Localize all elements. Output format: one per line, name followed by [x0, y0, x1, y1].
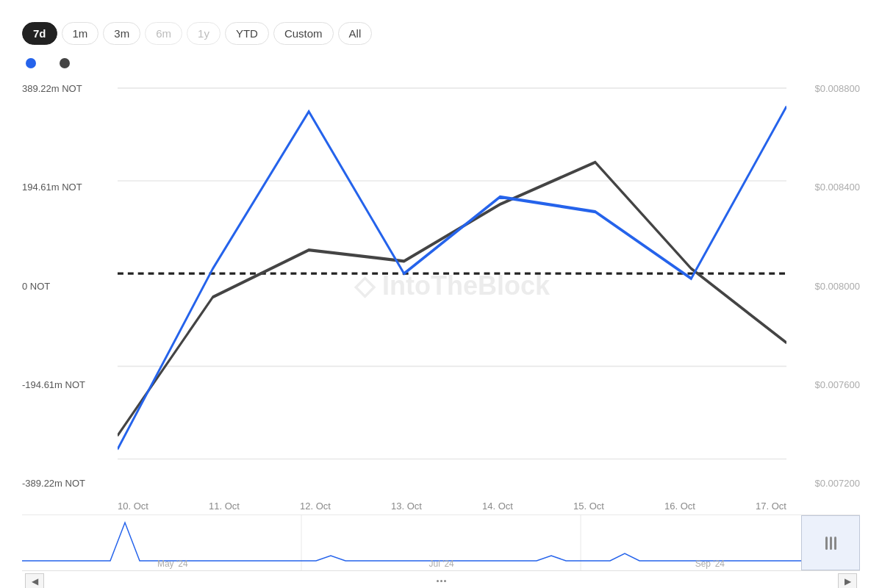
y-right-label: $0.008000: [786, 281, 860, 292]
scroll-line-2: [830, 537, 832, 550]
scroll-line-1: [825, 537, 828, 550]
chart-svg: [118, 76, 786, 496]
time-btn-custom[interactable]: Custom: [273, 22, 334, 45]
main-container: 7d1m3m6m1yYTDCustomAll 389.22m NOT194.61…: [0, 0, 882, 588]
x-axis-label: 12. Oct: [300, 501, 331, 512]
legend-price: [60, 58, 76, 68]
legend-netflow: [26, 58, 42, 68]
mini-chart-inner: May '24Jul '24Sep '24: [22, 515, 860, 570]
time-btn-1m[interactable]: 1m: [62, 22, 99, 45]
nav-dot-1: [437, 580, 439, 582]
y-left-label: -194.61m NOT: [22, 379, 118, 390]
time-btn-6m: 6m: [145, 22, 182, 45]
time-btn-ytd[interactable]: YTD: [225, 22, 269, 45]
y-right-label: $0.007200: [786, 478, 860, 489]
bottom-nav: ◀ ▶: [22, 570, 860, 588]
x-axis-label: 14. Oct: [482, 501, 513, 512]
nav-center: [437, 580, 446, 582]
time-btn-1y: 1y: [187, 22, 220, 45]
x-axis-label: 15. Oct: [573, 501, 604, 512]
mini-chart-label: May '24: [157, 559, 188, 569]
x-axis: 10. Oct11. Oct12. Oct13. Oct14. Oct15. O…: [22, 496, 860, 512]
y-left-label: 0 NOT: [22, 281, 118, 292]
y-right-label: $0.008400: [786, 182, 860, 193]
scroll-handle: [825, 537, 836, 550]
y-axis-left: 389.22m NOT194.61m NOT0 NOT-194.61m NOT-…: [22, 76, 118, 496]
x-axis-label: 13. Oct: [391, 501, 422, 512]
y-right-label: $0.008800: [786, 83, 860, 94]
nav-dot-2: [440, 580, 442, 582]
x-axis-label: 16. Oct: [664, 501, 695, 512]
mini-labels: May '24Jul '24Sep '24: [22, 559, 860, 569]
price-dot: [60, 58, 70, 68]
mini-chart-container: May '24Jul '24Sep '24 ◀ ▶: [22, 514, 860, 581]
netflow-dot: [26, 58, 36, 68]
mini-chart-label: Jul '24: [429, 559, 453, 569]
y-left-label: 194.61m NOT: [22, 182, 118, 193]
nav-right-arrow[interactable]: ▶: [838, 573, 857, 589]
nav-dots: [437, 580, 446, 582]
scroll-line-3: [834, 537, 836, 550]
mini-chart-label: Sep '24: [695, 559, 725, 569]
y-right-label: $0.007600: [786, 379, 860, 390]
y-left-label: 389.22m NOT: [22, 83, 118, 94]
x-axis-label: 10. Oct: [118, 501, 148, 512]
y-left-label: -389.22m NOT: [22, 478, 118, 489]
time-range-selector: 7d1m3m6m1yYTDCustomAll: [22, 15, 860, 45]
time-btn-3m[interactable]: 3m: [103, 22, 140, 45]
y-axis-right: $0.008800$0.008400$0.008000$0.007600$0.0…: [786, 76, 860, 496]
chart-area: ◇ IntoTheBlock: [118, 76, 786, 496]
nav-dot-3: [444, 580, 446, 582]
chart-legend: [22, 58, 860, 68]
time-btn-7d[interactable]: 7d: [22, 22, 57, 45]
x-axis-label: 17. Oct: [756, 501, 786, 512]
nav-left-arrow[interactable]: ◀: [25, 573, 44, 589]
main-chart: 389.22m NOT194.61m NOT0 NOT-194.61m NOT-…: [22, 76, 860, 496]
time-btn-all[interactable]: All: [338, 22, 373, 45]
x-axis-label: 11. Oct: [209, 501, 240, 512]
